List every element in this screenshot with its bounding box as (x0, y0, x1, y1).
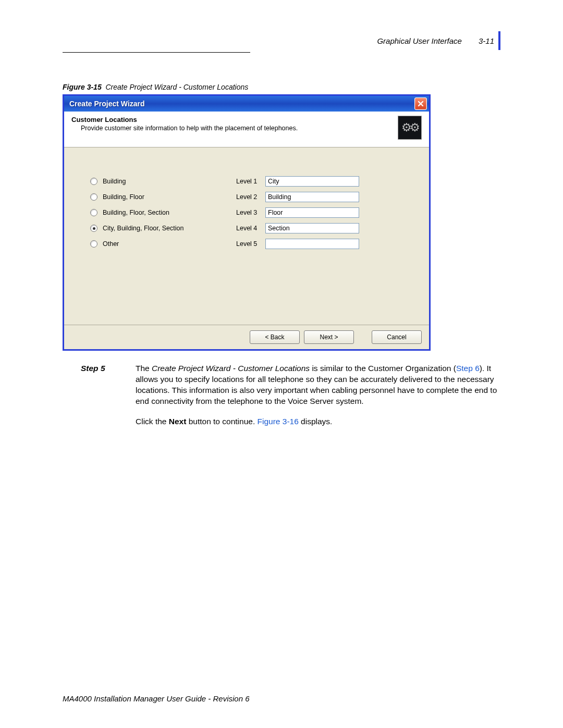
radio-icon[interactable] (90, 193, 97, 201)
level-3-input[interactable] (265, 207, 359, 218)
figure-caption-text: Create Project Wizard - Customer Locatio… (105, 83, 248, 91)
wizard-subheading: Provide customer site information to hel… (71, 125, 298, 132)
cancel-button[interactable]: Cancel (372, 330, 422, 344)
radio-other[interactable]: Other (90, 236, 236, 252)
level-2-row: Level 2 (236, 189, 408, 205)
radio-label: Building, Floor, Section (103, 209, 169, 216)
titlebar[interactable]: Create Project Wizard (64, 96, 429, 112)
level-5-row: Level 5 (236, 236, 408, 252)
radio-building-floor[interactable]: Building, Floor (90, 189, 236, 205)
level-2-input[interactable] (265, 192, 359, 202)
wizard-button-bar: < Back Next > Cancel (64, 325, 429, 349)
wizard-heading: Customer Locations (71, 116, 298, 124)
radio-icon[interactable] (90, 240, 97, 248)
level-1-label: Level 1 (236, 178, 265, 185)
level-3-row: Level 3 (236, 205, 408, 220)
bold: Next (169, 417, 187, 426)
figure-caption-prefix: Figure 3-15 (63, 83, 102, 91)
close-icon[interactable] (414, 97, 427, 110)
radio-building[interactable]: Building (90, 174, 236, 189)
radio-label: City, Building, Floor, Section (103, 225, 183, 232)
radio-icon[interactable] (90, 178, 97, 185)
radio-icon[interactable] (90, 209, 97, 216)
level-4-row: Level 4 (236, 220, 408, 236)
caption-rule (63, 52, 250, 53)
radio-label: Building, Floor (103, 193, 144, 201)
wizard-header-panel: Customer Locations Provide customer site… (64, 112, 429, 147)
step-label: Step 5 (63, 363, 136, 427)
level-1-row: Level 1 (236, 174, 408, 189)
figure-3-16-link[interactable]: Figure 3-16 (258, 417, 299, 426)
page-header: Graphical User Interface 3-11 (63, 31, 500, 52)
radio-group: Building Building, Floor Building, Floor… (90, 174, 236, 304)
level-5-label: Level 5 (236, 240, 265, 248)
section-name: Graphical User Interface (377, 36, 462, 45)
header-accent-bar (498, 31, 500, 50)
step-text: The Create Project Wizard - Customer Loc… (136, 363, 500, 427)
radio-label: Building (103, 178, 126, 185)
step-5-block: Step 5 The Create Project Wizard - Custo… (63, 363, 500, 427)
level-3-label: Level 3 (236, 209, 265, 216)
level-2-label: Level 2 (236, 193, 265, 201)
wizard-body: Building Building, Floor Building, Floor… (64, 147, 429, 325)
step-6-link[interactable]: Step 6 (456, 364, 480, 373)
window-title: Create Project Wizard (69, 100, 145, 108)
wizard-window: Create Project Wizard Customer Locations… (63, 94, 431, 351)
page-number: 3-11 (479, 36, 494, 45)
radio-label: Other (103, 240, 119, 248)
gears-icon: ⚙⚙ (398, 116, 422, 140)
emphasis: Create Project Wizard - Customer Locatio… (152, 364, 310, 373)
page-footer: MA4000 Installation Manager User Guide -… (63, 694, 250, 703)
radio-city-building-floor-section[interactable]: City, Building, Floor, Section (90, 220, 236, 236)
level-5-input[interactable] (265, 239, 359, 249)
level-1-input[interactable] (265, 176, 359, 187)
figure-caption: Figure 3-15 Create Project Wizard - Cust… (63, 83, 500, 91)
level-4-label: Level 4 (236, 225, 265, 232)
level-fields: Level 1 Level 2 Level 3 Level 4 Level 5 (236, 174, 408, 304)
next-button[interactable]: Next > (304, 330, 354, 344)
level-4-input[interactable] (265, 223, 359, 233)
back-button[interactable]: < Back (250, 330, 300, 344)
radio-icon[interactable] (90, 225, 97, 232)
radio-building-floor-section[interactable]: Building, Floor, Section (90, 205, 236, 220)
